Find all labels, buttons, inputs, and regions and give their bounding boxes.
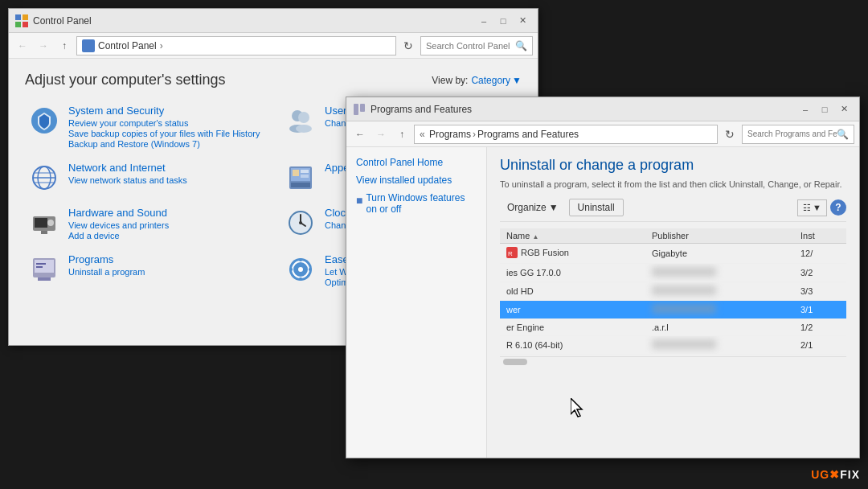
pf-minimize-button[interactable]: –: [796, 102, 814, 117]
refresh-button[interactable]: ↻: [399, 37, 417, 55]
hardware-name[interactable]: Hardware and Sound: [68, 207, 262, 219]
program-name: old HD: [500, 282, 645, 301]
address-text: Control Panel: [98, 40, 157, 51]
program-date: 3/1: [794, 301, 846, 319]
titlebar-controls: – □ ✕: [475, 14, 531, 28]
program-publisher: [645, 301, 794, 319]
col-publisher[interactable]: Publisher: [645, 228, 794, 244]
pf-address-pf: Programs and Features: [477, 129, 579, 140]
backup-link[interactable]: Save backup copies of your files with Fi…: [68, 129, 262, 138]
pf-forward-button[interactable]: →: [372, 125, 390, 143]
horizontal-scrollbar[interactable]: [500, 356, 846, 366]
table-row[interactable]: old HD 3/3: [500, 282, 846, 301]
pf-window-icon: [353, 103, 366, 116]
network-status-link[interactable]: View network status and tasks: [68, 175, 262, 185]
pf-refresh-button[interactable]: ↻: [721, 125, 739, 143]
address-path[interactable]: Control Panel ›: [76, 36, 396, 55]
uninstall-toolbar-button[interactable]: Uninstall: [569, 199, 624, 216]
category-hardware: Hardware and Sound View devices and prin…: [25, 203, 265, 244]
pf-close-button[interactable]: ✕: [835, 102, 853, 117]
programs-links: Uninstall a program: [68, 267, 262, 277]
cp-home-link[interactable]: Control Panel Home: [346, 154, 486, 171]
backup-restore-link[interactable]: Backup and Restore (Windows 7): [68, 139, 262, 149]
titlebar-left: Control Panel: [15, 14, 92, 27]
svg-rect-3: [23, 22, 28, 27]
program-date: 12/: [794, 244, 846, 264]
pf-up-button[interactable]: ↑: [393, 125, 411, 143]
pf-toolbar: Organize ▼ Uninstall ☷ ▼ ?: [500, 199, 846, 222]
pf-address-programs: Programs: [429, 129, 471, 140]
programs-name[interactable]: Programs: [68, 253, 262, 265]
programs-table: Name ▲ Publisher Inst R RGB Fusion: [500, 228, 846, 355]
svg-rect-18: [293, 170, 299, 176]
installed-updates-link[interactable]: View installed updates: [346, 171, 486, 189]
svg-point-9: [296, 125, 312, 133]
view-icon: ☷: [803, 203, 811, 213]
pf-titlebar-left: Programs and Features: [353, 103, 472, 116]
program-name: wer: [500, 301, 645, 319]
table-header-row: Name ▲ Publisher Inst: [500, 228, 846, 244]
close-button[interactable]: ✕: [514, 14, 531, 28]
svg-point-28: [299, 221, 302, 224]
category-programs: Programs Uninstall a program: [25, 250, 265, 290]
program-name: R RGB Fusion: [500, 244, 645, 264]
cp-titlebar: Control Panel – □ ✕: [9, 9, 538, 33]
programs-text: Programs Uninstall a program: [68, 253, 262, 277]
pf-search-input[interactable]: [747, 129, 837, 138]
address-icon: [82, 39, 95, 52]
network-name[interactable]: Network and Internet: [68, 162, 262, 174]
address-chevron2: ›: [473, 129, 476, 140]
svg-rect-17: [291, 183, 310, 187]
table-row[interactable]: R 6.10 (64-bit) 2/1: [500, 336, 846, 355]
maximize-button[interactable]: □: [494, 14, 512, 28]
table-row[interactable]: wer 3/1: [500, 301, 846, 319]
system-security-text: System and Security Review your computer…: [68, 105, 262, 149]
help-button[interactable]: ?: [830, 199, 846, 216]
table-row[interactable]: er Engine .a.r.l 1/2: [500, 319, 846, 336]
program-name: er Engine: [500, 319, 645, 336]
view-chevron-icon: ▼: [813, 203, 821, 212]
pf-back-button[interactable]: ←: [351, 125, 369, 143]
cp-address-bar: ← → ↑ Control Panel › ↻ 🔍: [9, 33, 538, 59]
devices-link[interactable]: View devices and printers: [68, 220, 262, 230]
view-by-dropdown[interactable]: Category ▼: [471, 75, 522, 86]
chevron-down-icon: ▼: [512, 75, 522, 86]
col-installed[interactable]: Inst: [794, 228, 846, 244]
table-row[interactable]: ies GG 17.0.0 3/2: [500, 264, 846, 282]
windows-features-link[interactable]: Turn Windows features on or off: [366, 192, 477, 215]
review-status-link[interactable]: Review your computer's status: [68, 118, 262, 128]
add-device-link[interactable]: Add a device: [68, 231, 262, 240]
back-button[interactable]: ←: [14, 37, 31, 55]
svg-rect-32: [36, 266, 43, 268]
col-name[interactable]: Name ▲: [500, 228, 645, 244]
svg-text:R: R: [508, 250, 513, 257]
minimize-button[interactable]: –: [475, 14, 493, 28]
programs-icon: [28, 253, 60, 286]
organize-button[interactable]: Organize ▼: [500, 199, 566, 216]
forward-button[interactable]: →: [35, 37, 52, 55]
system-security-name[interactable]: System and Security: [68, 105, 262, 117]
pf-address-path[interactable]: « Programs › Programs and Features: [414, 125, 718, 144]
pf-content-area: Control Panel Home View installed update…: [346, 147, 859, 458]
svg-point-7: [298, 112, 309, 123]
program-date: 3/3: [794, 282, 846, 301]
table-row[interactable]: R RGB Fusion Gigabyte 12/: [500, 244, 846, 264]
cp-search-box[interactable]: 🔍: [420, 36, 533, 55]
svg-rect-20: [301, 175, 309, 178]
view-by-label: View by:: [432, 75, 468, 86]
network-links: View network status and tasks: [68, 175, 262, 185]
svg-rect-24: [41, 231, 47, 234]
svg-point-23: [47, 220, 54, 226]
pf-maximize-button[interactable]: □: [816, 102, 833, 117]
pf-window-title: Programs and Features: [371, 104, 472, 115]
pf-search-box[interactable]: 🔍: [742, 125, 854, 144]
view-by-container: View by: Category ▼: [432, 75, 522, 86]
pf-main-panel: Uninstall or change a program To uninsta…: [487, 147, 859, 458]
cp-search-input[interactable]: [426, 41, 515, 51]
pf-titlebar-controls: – □ ✕: [796, 102, 853, 117]
up-button[interactable]: ↑: [55, 37, 73, 55]
uninstall-link[interactable]: Uninstall a program: [68, 267, 262, 277]
svg-point-36: [298, 267, 303, 272]
svg-rect-0: [15, 14, 21, 20]
view-button[interactable]: ☷ ▼: [797, 199, 827, 216]
